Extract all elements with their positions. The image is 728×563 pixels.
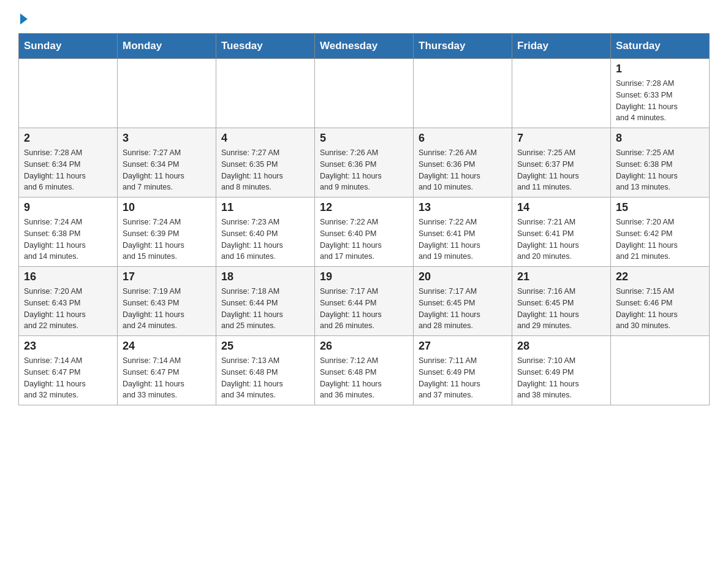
day-info: Sunrise: 7:27 AM Sunset: 6:35 PM Dayligh… [221,147,309,193]
weekday-header-monday: Monday [118,34,216,59]
day-info: Sunrise: 7:17 AM Sunset: 6:44 PM Dayligh… [320,286,408,332]
day-info: Sunrise: 7:28 AM Sunset: 6:34 PM Dayligh… [24,147,112,193]
calendar-cell [118,59,216,128]
calendar-cell [216,59,315,128]
day-number: 25 [221,340,309,353]
week-row-3: 9Sunrise: 7:24 AM Sunset: 6:38 PM Daylig… [19,197,710,267]
weekday-header-sunday: Sunday [19,34,118,59]
calendar-cell: 23Sunrise: 7:14 AM Sunset: 6:47 PM Dayli… [19,336,118,405]
calendar-cell: 4Sunrise: 7:27 AM Sunset: 6:35 PM Daylig… [216,128,315,197]
calendar-cell: 19Sunrise: 7:17 AM Sunset: 6:44 PM Dayli… [315,267,414,336]
day-number: 16 [24,270,112,283]
day-info: Sunrise: 7:20 AM Sunset: 6:42 PM Dayligh… [616,216,704,262]
weekday-header-thursday: Thursday [414,34,512,59]
day-info: Sunrise: 7:16 AM Sunset: 6:45 PM Dayligh… [517,286,605,332]
day-info: Sunrise: 7:14 AM Sunset: 6:47 PM Dayligh… [24,355,112,401]
weekday-header-wednesday: Wednesday [315,34,414,59]
calendar-cell: 15Sunrise: 7:20 AM Sunset: 6:42 PM Dayli… [611,197,710,267]
day-info: Sunrise: 7:22 AM Sunset: 6:41 PM Dayligh… [419,216,507,262]
calendar-cell: 18Sunrise: 7:18 AM Sunset: 6:44 PM Dayli… [216,267,315,336]
week-row-2: 2Sunrise: 7:28 AM Sunset: 6:34 PM Daylig… [19,128,710,197]
day-info: Sunrise: 7:11 AM Sunset: 6:49 PM Dayligh… [419,355,507,401]
day-info: Sunrise: 7:28 AM Sunset: 6:33 PM Dayligh… [616,78,704,124]
day-number: 6 [419,132,507,145]
day-info: Sunrise: 7:26 AM Sunset: 6:36 PM Dayligh… [320,147,408,193]
day-number: 21 [517,270,605,283]
calendar-table: SundayMondayTuesdayWednesdayThursdayFrid… [18,33,710,405]
day-info: Sunrise: 7:24 AM Sunset: 6:39 PM Dayligh… [123,216,211,262]
day-number: 13 [419,201,507,214]
weekday-header-row: SundayMondayTuesdayWednesdayThursdayFrid… [19,34,710,59]
day-info: Sunrise: 7:15 AM Sunset: 6:46 PM Dayligh… [616,286,704,332]
calendar-cell [315,59,414,128]
day-info: Sunrise: 7:23 AM Sunset: 6:40 PM Dayligh… [221,216,309,262]
day-info: Sunrise: 7:10 AM Sunset: 6:49 PM Dayligh… [517,355,605,401]
calendar-cell: 25Sunrise: 7:13 AM Sunset: 6:48 PM Dayli… [216,336,315,405]
day-number: 28 [517,340,605,353]
day-number: 26 [320,340,408,353]
day-number: 12 [320,201,408,214]
day-number: 27 [419,340,507,353]
calendar-cell: 8Sunrise: 7:25 AM Sunset: 6:38 PM Daylig… [611,128,710,197]
week-row-4: 16Sunrise: 7:20 AM Sunset: 6:43 PM Dayli… [19,267,710,336]
day-number: 1 [616,63,704,75]
day-number: 11 [221,201,309,214]
day-number: 22 [616,270,704,283]
day-info: Sunrise: 7:24 AM Sunset: 6:38 PM Dayligh… [24,216,112,262]
calendar-cell: 11Sunrise: 7:23 AM Sunset: 6:40 PM Dayli… [216,197,315,267]
page-header [18,12,710,21]
day-number: 4 [221,132,309,145]
day-number: 3 [123,132,211,145]
day-number: 20 [419,270,507,283]
calendar-cell: 2Sunrise: 7:28 AM Sunset: 6:34 PM Daylig… [19,128,118,197]
day-info: Sunrise: 7:18 AM Sunset: 6:44 PM Dayligh… [221,286,309,332]
weekday-header-saturday: Saturday [611,34,710,59]
calendar-cell: 9Sunrise: 7:24 AM Sunset: 6:38 PM Daylig… [19,197,118,267]
week-row-1: 1Sunrise: 7:28 AM Sunset: 6:33 PM Daylig… [19,59,710,128]
calendar-cell: 16Sunrise: 7:20 AM Sunset: 6:43 PM Dayli… [19,267,118,336]
day-number: 19 [320,270,408,283]
logo-triangle-icon [20,13,28,25]
calendar-cell: 14Sunrise: 7:21 AM Sunset: 6:41 PM Dayli… [512,197,611,267]
day-info: Sunrise: 7:27 AM Sunset: 6:34 PM Dayligh… [123,147,211,193]
day-info: Sunrise: 7:25 AM Sunset: 6:37 PM Dayligh… [517,147,605,193]
day-number: 7 [517,132,605,145]
day-info: Sunrise: 7:14 AM Sunset: 6:47 PM Dayligh… [123,355,211,401]
calendar-cell: 3Sunrise: 7:27 AM Sunset: 6:34 PM Daylig… [118,128,216,197]
weekday-header-friday: Friday [512,34,611,59]
calendar-cell: 12Sunrise: 7:22 AM Sunset: 6:40 PM Dayli… [315,197,414,267]
weekday-header-tuesday: Tuesday [216,34,315,59]
day-number: 8 [616,132,704,145]
calendar-cell [414,59,512,128]
day-number: 14 [517,201,605,214]
calendar-cell: 26Sunrise: 7:12 AM Sunset: 6:48 PM Dayli… [315,336,414,405]
calendar-cell: 10Sunrise: 7:24 AM Sunset: 6:39 PM Dayli… [118,197,216,267]
calendar-cell: 27Sunrise: 7:11 AM Sunset: 6:49 PM Dayli… [414,336,512,405]
calendar-cell: 22Sunrise: 7:15 AM Sunset: 6:46 PM Dayli… [611,267,710,336]
calendar-cell [512,59,611,128]
day-number: 24 [123,340,211,353]
day-number: 23 [24,340,112,353]
day-number: 15 [616,201,704,214]
calendar-cell: 1Sunrise: 7:28 AM Sunset: 6:33 PM Daylig… [611,59,710,128]
day-info: Sunrise: 7:21 AM Sunset: 6:41 PM Dayligh… [517,216,605,262]
calendar-cell: 13Sunrise: 7:22 AM Sunset: 6:41 PM Dayli… [414,197,512,267]
logo [18,12,43,21]
calendar-cell: 7Sunrise: 7:25 AM Sunset: 6:37 PM Daylig… [512,128,611,197]
day-info: Sunrise: 7:13 AM Sunset: 6:48 PM Dayligh… [221,355,309,401]
calendar-cell: 24Sunrise: 7:14 AM Sunset: 6:47 PM Dayli… [118,336,216,405]
calendar-cell: 28Sunrise: 7:10 AM Sunset: 6:49 PM Dayli… [512,336,611,405]
day-number: 18 [221,270,309,283]
calendar-cell [611,336,710,405]
day-number: 5 [320,132,408,145]
day-info: Sunrise: 7:25 AM Sunset: 6:38 PM Dayligh… [616,147,704,193]
day-info: Sunrise: 7:19 AM Sunset: 6:43 PM Dayligh… [123,286,211,332]
calendar-cell: 5Sunrise: 7:26 AM Sunset: 6:36 PM Daylig… [315,128,414,197]
day-info: Sunrise: 7:26 AM Sunset: 6:36 PM Dayligh… [419,147,507,193]
day-info: Sunrise: 7:17 AM Sunset: 6:45 PM Dayligh… [419,286,507,332]
day-number: 2 [24,132,112,145]
day-info: Sunrise: 7:22 AM Sunset: 6:40 PM Dayligh… [320,216,408,262]
calendar-cell: 6Sunrise: 7:26 AM Sunset: 6:36 PM Daylig… [414,128,512,197]
calendar-cell: 21Sunrise: 7:16 AM Sunset: 6:45 PM Dayli… [512,267,611,336]
day-number: 17 [123,270,211,283]
